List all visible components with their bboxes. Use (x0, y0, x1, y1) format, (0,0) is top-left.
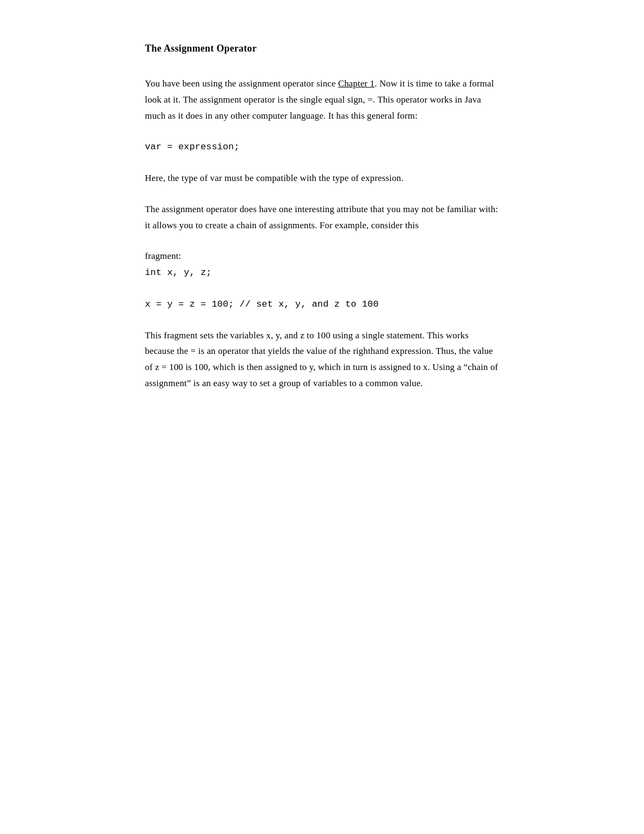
code-int-declaration: int x, y, z; (145, 267, 211, 278)
general-form-code: var = expression; (145, 142, 239, 152)
code-chain-paragraph: x = y = z = 100; // set x, y, and z to 1… (145, 296, 499, 313)
fragment-label: fragment: (145, 251, 181, 261)
type-rule-paragraph: Here, the type of var must be compatible… (145, 170, 499, 186)
fragment-section: fragment: int x, y, z; (145, 248, 499, 281)
chain-intro-paragraph: The assignment operator does have one in… (145, 201, 499, 234)
page-container: The Assignment Operator You have been us… (80, 0, 564, 449)
section-title: The Assignment Operator (145, 43, 499, 54)
chapter1-link[interactable]: Chapter 1 (338, 78, 375, 89)
intro-paragraph: You have been using the assignment opera… (145, 76, 499, 124)
code-chain-assignment: x = y = z = 100; // set x, y, and z to 1… (145, 299, 379, 309)
explanation-paragraph: This fragment sets the variables x, y, a… (145, 328, 499, 391)
general-form-paragraph: var = expression; (145, 139, 499, 155)
